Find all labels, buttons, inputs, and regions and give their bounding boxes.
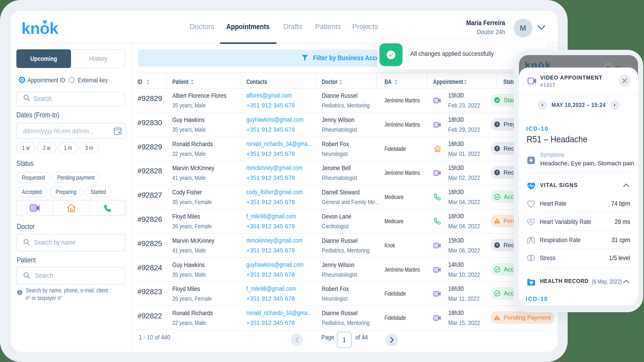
svg-text:?: ? (496, 243, 498, 247)
svg-text:?: ? (496, 170, 498, 174)
svg-text:?: ? (496, 146, 498, 150)
